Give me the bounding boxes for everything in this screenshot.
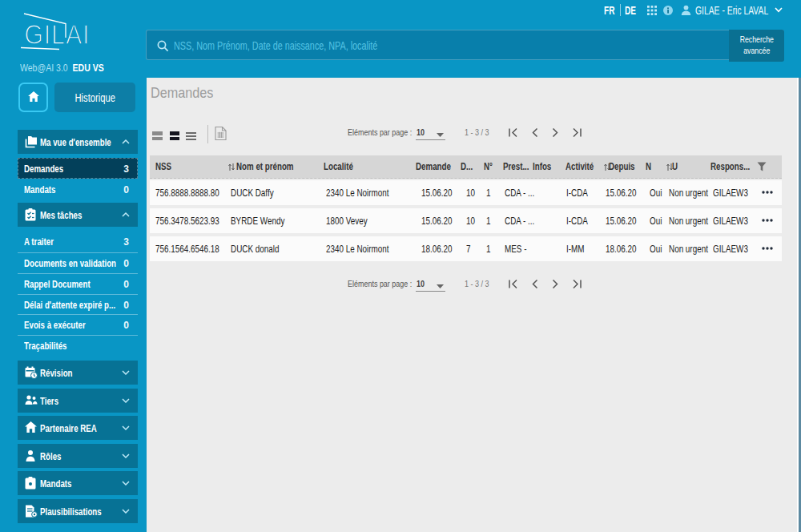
svg-text:GILAI: GILAI [24,18,90,50]
